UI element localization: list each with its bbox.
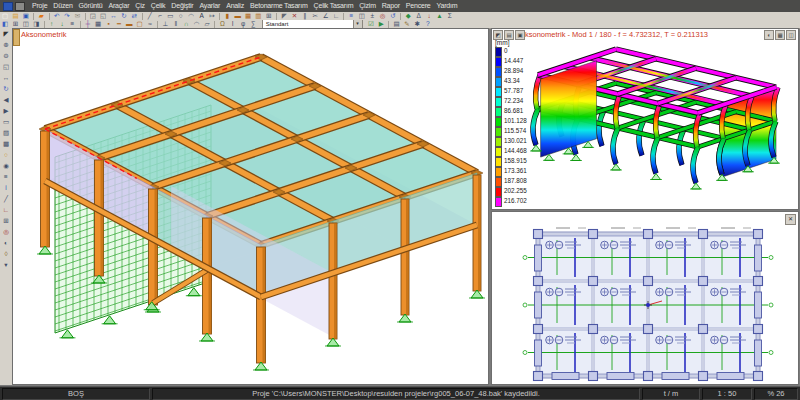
report-icon[interactable]: ▤ [392, 20, 402, 28]
plan-canvas[interactable] [492, 212, 798, 384]
shaded-icon[interactable]: ▨ [0, 127, 12, 138]
grid-toggle-icon[interactable]: ⊞ [0, 215, 12, 226]
visibility-icon[interactable]: ◐ [0, 237, 12, 248]
shell-icon[interactable]: ∩ [181, 20, 191, 28]
menu-item-betonarme-tasar-m[interactable]: Betonarme Tasarım [247, 0, 311, 12]
zoom-window-icon[interactable]: ◲ [88, 12, 98, 20]
column-plan-icon[interactable]: ▪ [104, 20, 114, 28]
menu-item-celik-tasar-m[interactable]: Çelik Tasarım [311, 0, 357, 12]
window-restore-icon[interactable] [15, 2, 25, 11]
select-icon[interactable]: ◤ [279, 12, 289, 20]
mode-canvas[interactable] [492, 29, 798, 209]
filter-icon[interactable]: ▾ [0, 259, 12, 270]
menu-item-proje[interactable]: Proje [29, 0, 50, 12]
analysis-sum-icon[interactable]: Σ [445, 12, 455, 20]
opening-icon[interactable]: ▱ [202, 20, 212, 28]
view-control-button-1[interactable]: ◐ [764, 30, 774, 40]
new-file-icon[interactable]: ▢ [0, 12, 10, 20]
save-icon[interactable]: ▣ [21, 12, 31, 20]
offset-icon[interactable]: ∥ [300, 12, 310, 20]
lock-icon[interactable]: ◊ [0, 248, 12, 259]
layers-icon[interactable]: ≡ [346, 12, 356, 20]
status-units[interactable]: t / m [642, 388, 700, 400]
view-tab[interactable] [13, 29, 20, 46]
status-scale[interactable]: 1 : 50 [702, 388, 752, 400]
info-icon[interactable]: i [0, 182, 12, 193]
app-icon[interactable] [3, 2, 13, 11]
section-icon[interactable]: I [228, 20, 238, 28]
draw-polyline-icon[interactable]: ⌐ [155, 12, 165, 20]
open-file-icon[interactable]: ▤ [11, 12, 21, 20]
menu-item-degistir[interactable]: Değiştir [168, 0, 196, 12]
next-view-icon[interactable]: ▶ [0, 105, 12, 116]
refresh-icon[interactable]: ↺ [388, 12, 398, 20]
view-3d-icon[interactable]: ◧ [0, 20, 10, 28]
support-icon[interactable]: ▲ [434, 12, 444, 20]
grid-lines-icon[interactable]: ▦ [93, 20, 103, 28]
wireframe-icon[interactable]: ▭ [0, 116, 12, 127]
drawing-icon[interactable]: ✎ [402, 20, 412, 28]
axono-canvas[interactable] [13, 29, 488, 384]
wall-plan-icon[interactable]: ▬ [124, 20, 134, 28]
settings-icon[interactable]: ✱ [412, 20, 422, 28]
truss-icon[interactable]: Δ [414, 12, 424, 20]
text-tool-icon[interactable]: A [197, 12, 207, 20]
help-icon[interactable]: ? [423, 20, 433, 28]
angle-icon[interactable]: ∠ [321, 12, 331, 20]
zoom-out-icon[interactable]: ⊖ [0, 50, 12, 61]
app-mode-icon[interactable]: ▰ [36, 12, 46, 20]
light-icon[interactable]: ○ [0, 149, 12, 160]
render-icon[interactable]: ▩ [0, 138, 12, 149]
view-control-button-2[interactable]: ▦ [775, 30, 785, 40]
prev-view-icon[interactable]: ◀ [0, 94, 12, 105]
orbit-icon[interactable]: ↻ [0, 83, 12, 94]
draw-rect-icon[interactable]: ▭ [165, 12, 175, 20]
mirror-icon[interactable]: ⇄ [129, 12, 139, 20]
combination-icon[interactable]: ∑ [248, 20, 258, 28]
move-icon[interactable]: ↔ [109, 12, 119, 20]
dimension-icon[interactable]: ↦ [207, 12, 217, 20]
pile-icon[interactable]: ‖ [171, 20, 181, 28]
erase-icon[interactable]: ✕ [290, 12, 300, 20]
menu-item-pencere[interactable]: Pencere [403, 0, 434, 12]
mail-icon[interactable]: ✉ [72, 12, 82, 20]
undo-icon[interactable]: ↶ [52, 12, 62, 20]
menu-item-ciz[interactable]: Çiz [132, 0, 148, 12]
measure-icon[interactable]: ± [367, 12, 377, 20]
camera-icon[interactable]: ◉ [0, 160, 12, 171]
menu-item-rapor[interactable]: Rapor [379, 0, 403, 12]
snap-toggle-icon[interactable]: ◎ [0, 226, 12, 237]
layer-list-icon[interactable]: ≡ [0, 171, 12, 182]
view-control-button-3[interactable]: ◫ [786, 30, 796, 40]
menu-item-ayarlar[interactable]: Ayarlar [197, 0, 224, 12]
analyze-run-icon[interactable]: ▶ [376, 20, 386, 28]
material-icon[interactable]: Ω [217, 20, 227, 28]
trim-icon[interactable]: ✂ [310, 12, 320, 20]
zoom-in-icon[interactable]: ⊕ [0, 39, 12, 50]
load-icon[interactable]: ↓ [424, 12, 434, 20]
beam-plan-icon[interactable]: ━ [114, 20, 124, 28]
properties-icon[interactable]: ◫ [357, 12, 367, 20]
menu-item-analiz[interactable]: Analiz [223, 0, 247, 12]
view-control-button-1[interactable]: ◩ [493, 30, 503, 40]
draw-line-icon[interactable]: ╱ [145, 12, 155, 20]
draw-circle-icon[interactable]: ○ [176, 12, 186, 20]
menu-item-araclar[interactable]: Araçlar [106, 0, 133, 12]
close-icon[interactable]: ✕ [785, 214, 796, 225]
axono-view[interactable]: Aksonometrik [12, 28, 489, 385]
slab-plan-icon[interactable]: ▢ [135, 20, 145, 28]
mode-view[interactable]: ◩▤▣ Aksonometrik - Mod 1 / 180 - f = 4.7… [491, 28, 799, 210]
view-plan-icon[interactable]: ⊞ [11, 20, 21, 28]
dome-icon[interactable]: ◠ [192, 20, 202, 28]
redo-icon[interactable]: ↷ [62, 12, 72, 20]
pointer-icon[interactable]: ◤ [0, 28, 12, 39]
view-side-icon[interactable]: ◨ [31, 20, 41, 28]
draw-arc-icon[interactable]: ◠ [186, 12, 196, 20]
rotate-icon[interactable]: ↻ [119, 12, 129, 20]
view-control-button-2[interactable]: ▤ [504, 30, 514, 40]
style-combo[interactable]: Standart ▾ [262, 20, 363, 28]
story-list-icon[interactable]: ≡ [67, 20, 77, 28]
menu-item-yard-m[interactable]: Yardım [434, 0, 461, 12]
menu-item-celik[interactable]: Çelik [148, 0, 169, 12]
menu-item-duzen[interactable]: Düzen [50, 0, 75, 12]
